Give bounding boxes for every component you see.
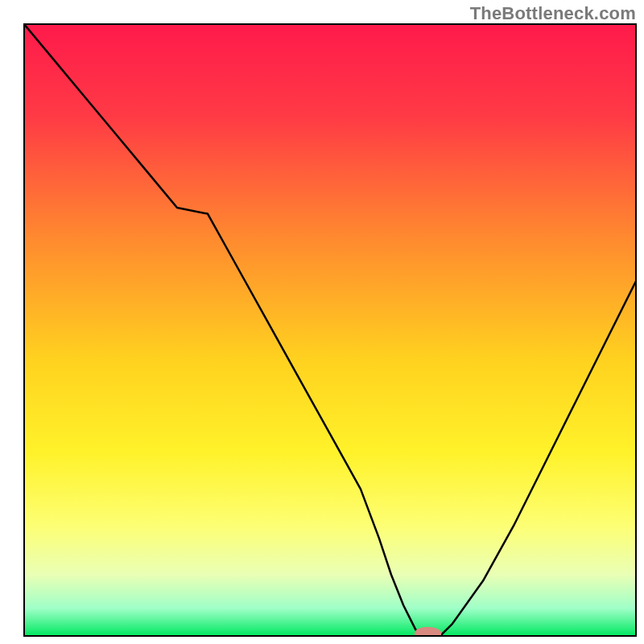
bottleneck-chart — [0, 0, 644, 644]
chart-stage: TheBottleneck.com — [0, 0, 644, 644]
optimum-marker — [415, 627, 441, 641]
gradient-background — [24, 24, 636, 636]
plot-area — [24, 24, 636, 640]
